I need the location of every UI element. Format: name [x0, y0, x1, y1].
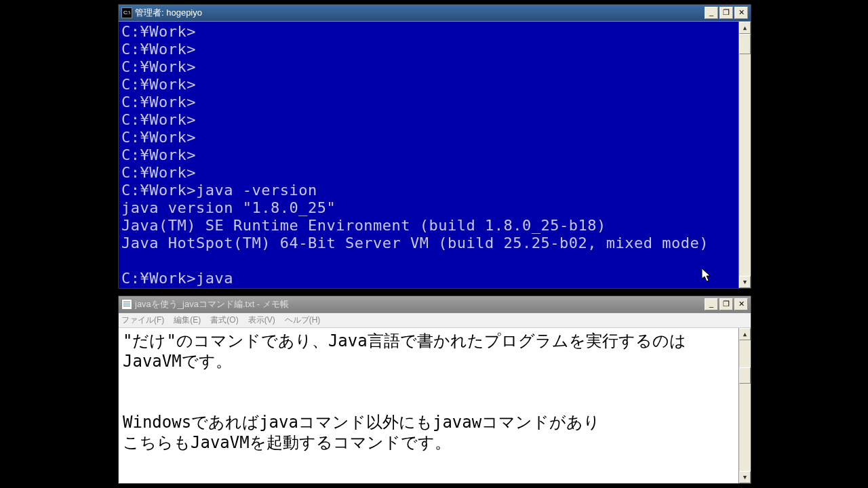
menu-file[interactable]: ファイル(F): [121, 314, 164, 326]
scroll-thumb[interactable]: [739, 34, 751, 54]
notepad-menubar: ファイル(F) 編集(E) 書式(O) 表示(V) ヘルプ(H): [119, 313, 751, 328]
console-window: C:\ 管理者: hogepiyo _ ❐ ✕ C:¥Work> C:¥Work…: [118, 4, 751, 289]
minimize-button[interactable]: _: [705, 298, 718, 310]
notepad-scrollbar[interactable]: ▲ ▼: [738, 328, 751, 483]
menu-help[interactable]: ヘルプ(H): [285, 314, 321, 326]
console-client: C:¥Work> C:¥Work> C:¥Work> C:¥Work> C:¥W…: [119, 21, 751, 288]
menu-format[interactable]: 書式(O): [210, 314, 238, 326]
notepad-text[interactable]: "だけ"のコマンドであり、Java言語で書かれたプログラムを実行するのはJava…: [119, 328, 738, 483]
cmd-icon: C:\: [121, 7, 132, 18]
console-output[interactable]: C:¥Work> C:¥Work> C:¥Work> C:¥Work> C:¥W…: [119, 22, 738, 288]
close-button[interactable]: ✕: [734, 7, 748, 19]
scroll-track[interactable]: [739, 340, 751, 471]
scroll-up-button[interactable]: ▲: [739, 22, 751, 34]
console-title: 管理者: hogepiyo: [135, 7, 702, 19]
scroll-down-button[interactable]: ▼: [739, 471, 751, 483]
menu-view[interactable]: 表示(V): [248, 314, 275, 326]
notepad-client: ファイル(F) 編集(E) 書式(O) 表示(V) ヘルプ(H) "だけ"のコマ…: [119, 312, 751, 483]
scroll-down-button[interactable]: ▼: [739, 276, 751, 288]
minimize-button[interactable]: _: [705, 7, 718, 19]
notepad-title: javaを使う_javaコマンド編.txt - メモ帳: [135, 298, 702, 310]
notepad-window-controls: _ ❐ ✕: [705, 298, 748, 310]
notepad-titlebar[interactable]: javaを使う_javaコマンド編.txt - メモ帳 _ ❐ ✕: [119, 296, 751, 312]
console-window-controls: _ ❐ ✕: [705, 7, 748, 19]
notepad-icon: [121, 299, 132, 310]
console-titlebar[interactable]: C:\ 管理者: hogepiyo _ ❐ ✕: [119, 5, 751, 21]
maximize-button[interactable]: ❐: [719, 298, 733, 310]
scroll-track[interactable]: [739, 34, 751, 276]
maximize-button[interactable]: ❐: [719, 7, 733, 19]
close-button[interactable]: ✕: [734, 298, 748, 310]
menu-edit[interactable]: 編集(E): [174, 314, 201, 326]
notepad-window: javaを使う_javaコマンド編.txt - メモ帳 _ ❐ ✕ ファイル(F…: [118, 296, 751, 484]
scroll-thumb[interactable]: [739, 367, 751, 384]
console-scrollbar[interactable]: ▲ ▼: [738, 22, 751, 288]
scroll-up-button[interactable]: ▲: [739, 328, 751, 340]
